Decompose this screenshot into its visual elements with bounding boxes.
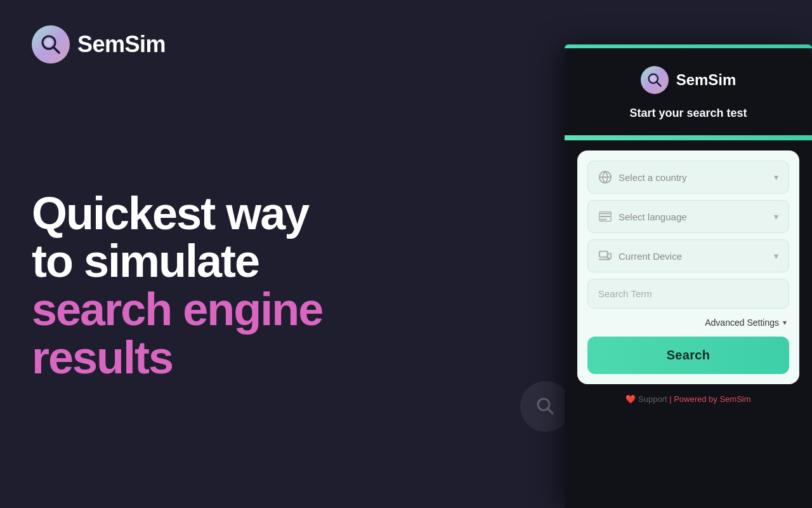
card-subtitle: Start your search test xyxy=(565,107,812,120)
search-term-input[interactable] xyxy=(587,279,789,309)
device-chevron-icon: ▾ xyxy=(774,251,778,261)
brand-name: SemSim xyxy=(77,31,166,58)
svg-rect-15 xyxy=(599,251,608,257)
hero-section: Quickest way to simulate search engine r… xyxy=(32,89,533,483)
svg-point-11 xyxy=(650,76,656,82)
svg-line-1 xyxy=(53,47,59,53)
country-select[interactable]: Select a country ▾ xyxy=(587,161,789,194)
search-form: Select a country ▾ Select language ▾ xyxy=(577,150,799,384)
search-button[interactable]: Search xyxy=(587,337,789,374)
hero-line1: Quickest way xyxy=(32,190,533,238)
hero-line3: search engine xyxy=(32,286,533,334)
language-icon xyxy=(598,210,612,224)
device-select[interactable]: Current Device ▾ xyxy=(587,239,789,272)
svg-point-2 xyxy=(45,39,53,46)
device-icon xyxy=(598,249,612,263)
teal-accent-bar xyxy=(565,135,812,140)
country-placeholder: Select a country xyxy=(619,172,687,183)
footer-separator: | xyxy=(669,394,671,404)
device-placeholder: Current Device xyxy=(619,251,682,262)
language-select[interactable]: Select language ▾ xyxy=(587,200,789,233)
logo-area: SemSim xyxy=(32,25,533,64)
country-chevron-icon: ▾ xyxy=(774,172,778,182)
powered-by: Powered by SemSim xyxy=(674,394,750,404)
hero-line4: results xyxy=(32,334,533,382)
card-header: SemSim xyxy=(565,48,812,94)
logo-icon xyxy=(32,25,70,64)
card-brand-name: SemSim xyxy=(676,71,737,89)
language-placeholder: Select language xyxy=(619,211,687,222)
card-footer: ❤️ Support | Powered by SemSim xyxy=(565,384,812,417)
card-logo-icon xyxy=(641,66,669,94)
advanced-settings-label[interactable]: Advanced Settings xyxy=(705,318,779,328)
svg-line-10 xyxy=(657,82,661,86)
support-link[interactable]: Support xyxy=(638,394,667,404)
advanced-settings-chevron-icon: ▾ xyxy=(783,318,787,327)
search-card: SemSim Start your search test Select a c… xyxy=(565,44,812,508)
globe-icon xyxy=(598,170,612,184)
heart-icon: ❤️ xyxy=(625,394,636,404)
hero-line2: to simulate xyxy=(32,237,533,286)
advanced-settings-row[interactable]: Advanced Settings ▾ xyxy=(587,315,789,328)
svg-rect-16 xyxy=(608,253,612,258)
language-chevron-icon: ▾ xyxy=(774,211,778,222)
